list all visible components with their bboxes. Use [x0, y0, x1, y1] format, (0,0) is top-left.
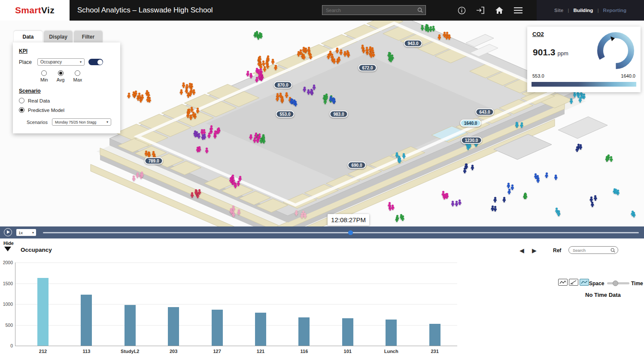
bar-231[interactable] — [429, 324, 440, 346]
co2-unit: ppm — [558, 50, 568, 57]
scenarios-row: Scenarios Monday 75/25 Non Stagg ▾ — [27, 118, 114, 126]
menu-icon[interactable] — [514, 7, 522, 14]
map-value-badge[interactable]: 1230.0 — [461, 137, 482, 144]
info-icon[interactable] — [458, 6, 466, 15]
building-3d-view[interactable]: 943.0672.0870.0553.0983.0643.01640.01230… — [0, 21, 644, 226]
scenario-option-real-data[interactable]: Real Data — [19, 98, 114, 103]
play-button[interactable] — [4, 228, 12, 236]
time-tooltip: 12:08:27PM — [328, 214, 369, 226]
co2-gauge-panel: CO2 901.3ppm 553.0 1640.0 — [527, 27, 641, 92]
place-kpi-toggle[interactable] — [88, 59, 103, 65]
data-panel: Data Display Filter KPI Place Occupancy … — [13, 31, 120, 133]
y-axis-tick-label: 1500 — [0, 281, 13, 286]
radio-avg[interactable] — [58, 70, 64, 76]
slider-knob[interactable] — [613, 281, 618, 286]
space-time-slider[interactable] — [607, 282, 629, 284]
bar-Lunch[interactable] — [386, 320, 397, 346]
trend-chart-icon[interactable] — [569, 279, 578, 286]
app-logo: SmartViz — [0, 0, 70, 21]
agg-label-min: Min — [40, 77, 48, 82]
area-chart-icon[interactable] — [580, 279, 589, 286]
radio-real-data[interactable] — [19, 98, 24, 103]
tab-data[interactable]: Data — [14, 31, 43, 42]
time-tooltip-value: 12:08:27PM — [331, 216, 366, 223]
bar-113[interactable] — [81, 295, 92, 346]
map-value-badge[interactable]: 870.0 — [273, 81, 292, 89]
x-axis — [15, 346, 457, 346]
tab-separator: | — [568, 8, 569, 13]
x-axis-category-label: Lunch — [374, 349, 408, 354]
x-axis-category-label: 203 — [156, 349, 191, 354]
scenario-label-predictive-model: Predictive Model — [28, 108, 64, 113]
scenario-option-predictive-model[interactable]: Predictive Model — [19, 107, 114, 113]
timeline-handle[interactable] — [348, 230, 353, 235]
tab-building[interactable]: Building — [573, 8, 593, 13]
next-page-button[interactable]: ▶ — [532, 247, 537, 254]
scenarios-select[interactable]: Monday 75/25 Non Stagg ▾ — [52, 118, 111, 126]
gauge-min: 553.0 — [532, 73, 544, 78]
y-axis-tick-label: 0 — [0, 343, 13, 348]
radio-max[interactable] — [75, 70, 80, 76]
co2-gradient-bar — [532, 82, 636, 87]
tab-site[interactable]: Site — [554, 8, 563, 13]
map-value-badge[interactable]: 943.0 — [404, 40, 422, 47]
bar-212[interactable] — [37, 278, 49, 346]
radio-predictive-model[interactable] — [19, 107, 24, 113]
map-value-badge[interactable]: 789.0 — [144, 157, 163, 165]
timeline-track[interactable] — [43, 232, 639, 233]
top-bar: SmartViz School Analytics – Lasswade Hig… — [0, 0, 644, 21]
page-title: School Analytics – Lasswade High School — [77, 0, 213, 21]
gauge-range: 553.0 1640.0 — [532, 73, 635, 78]
smartviz-app: SmartViz School Analytics – Lasswade Hig… — [0, 0, 644, 362]
search-input[interactable] — [322, 8, 417, 13]
agg-option-max[interactable]: Max — [73, 70, 82, 82]
scenario-label-real-data: Real Data — [28, 98, 50, 103]
search-icon — [611, 248, 615, 253]
prev-page-button[interactable]: ◀ — [519, 247, 524, 254]
tab-reporting[interactable]: Reporting — [603, 8, 626, 13]
playback-speed-select[interactable]: 1x ▾ — [16, 229, 36, 236]
agg-option-avg[interactable]: Avg — [57, 70, 65, 82]
map-value-badge[interactable]: 690.0 — [347, 162, 366, 169]
chevron-down-icon: ▾ — [106, 120, 108, 124]
bar-127[interactable] — [212, 310, 223, 346]
map-value-badge[interactable]: 983.0 — [329, 111, 348, 118]
bar-121[interactable] — [255, 313, 266, 346]
chart-search[interactable] — [568, 246, 618, 254]
x-axis-category-label: StudyL2 — [113, 349, 147, 354]
bar-116[interactable] — [298, 317, 310, 346]
x-axis-category-label: 101 — [331, 349, 365, 354]
map-value-badge[interactable]: 672.0 — [358, 64, 377, 72]
global-search[interactable] — [322, 5, 426, 15]
top-bar-icons — [458, 0, 522, 21]
place-kpi-value: Occupancy — [40, 60, 62, 64]
radio-min[interactable] — [41, 70, 47, 76]
timeline-bar: 1x ▾ — [0, 226, 644, 238]
bar-203[interactable] — [168, 307, 179, 346]
co2-value: 901.3ppm — [533, 47, 568, 57]
gauge-max: 1640.0 — [621, 73, 635, 78]
home-icon[interactable] — [495, 6, 504, 14]
bar-StudyL2[interactable] — [125, 305, 136, 346]
chart-search-input[interactable] — [569, 248, 611, 253]
line-chart-icon[interactable] — [558, 279, 568, 286]
tab-display[interactable]: Display — [44, 31, 73, 42]
agg-label-avg: Avg — [57, 77, 65, 82]
co2-title[interactable]: CO2 — [532, 31, 544, 37]
tab-filter[interactable]: Filter — [74, 31, 103, 42]
bar-101[interactable] — [342, 318, 353, 346]
scenario-heading: Scenario — [19, 88, 114, 94]
map-value-badge[interactable]: 1640.0 — [460, 120, 481, 127]
map-value-badge[interactable]: 553.0 — [276, 111, 294, 118]
map-value-badge[interactable]: 643.0 — [475, 109, 494, 116]
tab-separator: | — [597, 8, 598, 13]
place-kpi-select[interactable]: Occupancy ▾ — [37, 58, 85, 66]
space-label: Space — [589, 281, 604, 287]
agg-option-min[interactable]: Min — [40, 70, 48, 82]
chevron-down-icon: ▾ — [32, 231, 34, 235]
x-axis-category-label: 121 — [243, 349, 278, 354]
y-axis-tick-label: 500 — [0, 323, 13, 328]
search-icon — [417, 7, 423, 13]
logout-icon[interactable] — [476, 6, 485, 14]
x-axis-category-label: 127 — [200, 349, 234, 354]
